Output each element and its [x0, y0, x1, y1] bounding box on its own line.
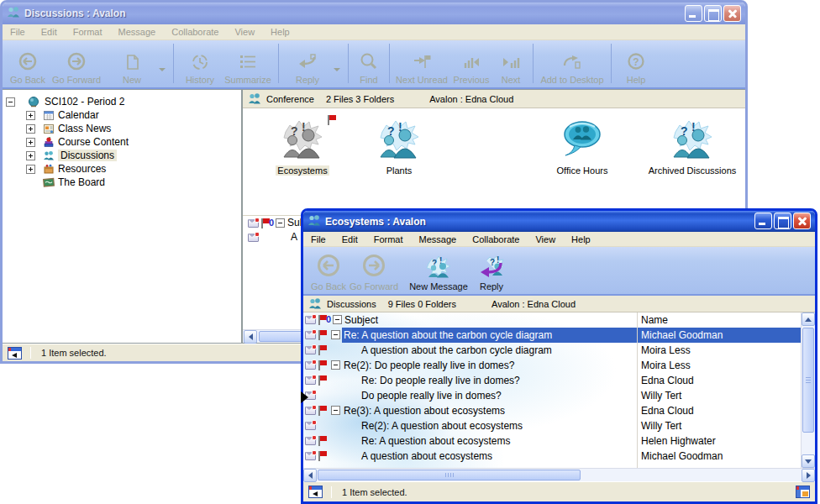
- conference-office-hours[interactable]: Office Hours: [533, 118, 632, 176]
- toolbar-add-to-desktop[interactable]: Add to Desktop: [538, 43, 607, 85]
- menu-collaborate[interactable]: Collaborate: [472, 234, 519, 244]
- attachment-column-icon[interactable]: 0: [269, 218, 274, 228]
- toolbar-find[interactable]: Find: [353, 43, 385, 85]
- toolbar-next[interactable]: Next: [493, 43, 528, 85]
- toggle-panel-icon[interactable]: [308, 486, 323, 498]
- flag-icon: [318, 436, 327, 446]
- message-row[interactable]: A question about the carbon cycle diagra…: [303, 343, 801, 358]
- menu-collaborate[interactable]: Collaborate: [171, 27, 218, 37]
- subject-column-header[interactable]: Subject: [344, 314, 378, 326]
- envelope-icon: [248, 234, 259, 242]
- message-row[interactable]: Re(3): A question about ecosystems Edna …: [303, 403, 801, 418]
- collapse-thread-icon[interactable]: [331, 406, 340, 415]
- message-author: Michael Goodman: [641, 450, 723, 462]
- conference-archived-discussions[interactable]: ?! Archived Discussions: [639, 118, 745, 176]
- toolbar-reply[interactable]: ?! Reply: [471, 249, 512, 291]
- message-author: Moira Less: [641, 344, 691, 356]
- scroll-left-button[interactable]: [303, 469, 317, 482]
- envelope-column-icon[interactable]: [248, 219, 259, 228]
- menu-help[interactable]: Help: [271, 27, 290, 37]
- vertical-scrollbar[interactable]: [801, 312, 815, 468]
- menu-help[interactable]: Help: [571, 234, 591, 244]
- column-divider[interactable]: [637, 312, 638, 468]
- menu-edit[interactable]: Edit: [342, 234, 358, 244]
- message-row[interactable]: Re(2): A question about ecosystems Willy…: [303, 418, 801, 433]
- message-row[interactable]: Re: A question about the carbon cycle di…: [303, 328, 801, 343]
- scrollbar-thumb[interactable]: [318, 470, 581, 480]
- message-author: Edna Cloud: [641, 375, 694, 386]
- horizontal-scrollbar[interactable]: [303, 468, 815, 481]
- scroll-left-button[interactable]: [244, 330, 257, 344]
- toolbar-reply[interactable]: Reply: [283, 43, 332, 85]
- toolbar-go-back[interactable]: Go Back: [308, 249, 349, 291]
- toolbar-summarize[interactable]: Summarize: [222, 43, 274, 85]
- tree-item-class-news[interactable]: Class News: [3, 122, 241, 135]
- reply-dropdown-arrow[interactable]: [334, 68, 340, 71]
- collapse-all-icon[interactable]: [276, 218, 285, 228]
- envelope-column-icon[interactable]: [305, 316, 316, 324]
- collapse-thread-icon[interactable]: [331, 360, 340, 370]
- go-back-icon: [17, 52, 39, 74]
- conference-plants[interactable]: ?! Plants: [350, 118, 449, 176]
- tree-item-resources[interactable]: Resources: [3, 162, 241, 176]
- view-grid-icon[interactable]: [796, 486, 810, 498]
- toolbar-new-message[interactable]: ?! New Message: [406, 249, 471, 291]
- toolbar-label: History: [186, 75, 214, 85]
- scroll-right-button[interactable]: [802, 469, 815, 482]
- menu-message[interactable]: Message: [118, 27, 156, 37]
- expand-icon[interactable]: [26, 165, 35, 174]
- tree-item-course-content[interactable]: Course Content: [3, 135, 241, 149]
- menu-file[interactable]: File: [10, 27, 25, 37]
- attachment-column-icon[interactable]: 0: [326, 315, 331, 324]
- menu-view[interactable]: View: [234, 27, 255, 37]
- expand-icon[interactable]: [26, 111, 35, 120]
- collapse-thread-icon[interactable]: [331, 330, 340, 339]
- menu-message[interactable]: Message: [419, 234, 457, 244]
- collapse-expander-icon[interactable]: [6, 97, 15, 107]
- toolbar-previous[interactable]: Previous: [449, 43, 493, 85]
- status-divider: [331, 486, 332, 498]
- maximize-button[interactable]: [774, 213, 791, 229]
- name-column-header[interactable]: Name: [641, 314, 668, 326]
- titlebar-discussions[interactable]: Discussions : Avalon: [3, 3, 745, 24]
- menu-format[interactable]: Format: [374, 234, 403, 244]
- toolbar-go-forward[interactable]: Go Forward: [51, 43, 102, 85]
- titlebar-ecosystems[interactable]: Ecosystems : Avalon: [303, 211, 815, 232]
- minimize-button[interactable]: [754, 213, 772, 229]
- message-row[interactable]: Do people really live in domes? Willy Te…: [303, 388, 801, 403]
- toolbar-go-forward[interactable]: Go Forward: [349, 249, 399, 291]
- envelope-icon: [305, 376, 316, 385]
- menu-file[interactable]: File: [311, 234, 326, 244]
- menu-edit[interactable]: Edit: [41, 27, 57, 37]
- new-dropdown-arrow[interactable]: [159, 68, 166, 71]
- message-row[interactable]: Re: Do people really live in domes? Edna…: [303, 373, 801, 388]
- maximize-button[interactable]: [704, 5, 722, 22]
- message-row[interactable]: A question about ecosystems Michael Good…: [303, 449, 801, 464]
- menu-view[interactable]: View: [535, 234, 555, 244]
- close-button[interactable]: [723, 5, 741, 22]
- tree-item-discussions[interactable]: Discussions: [3, 149, 241, 162]
- message-row[interactable]: Re(2): Do people really live in domes? M…: [303, 358, 801, 373]
- tree-root-course[interactable]: SCI102 - Period 2: [3, 95, 241, 108]
- close-button[interactable]: [793, 213, 811, 229]
- tree-item-the-board[interactable]: The Board: [3, 176, 241, 189]
- toolbar-go-back[interactable]: Go Back: [4, 43, 51, 85]
- minimize-button[interactable]: [685, 5, 702, 22]
- toolbar-new[interactable]: New: [107, 43, 157, 85]
- toolbar-history[interactable]: History: [178, 43, 222, 85]
- collapse-all-icon[interactable]: [333, 315, 342, 324]
- tree-item-calendar[interactable]: Calendar: [3, 108, 241, 122]
- expand-icon[interactable]: [26, 151, 35, 160]
- conference-ecosystems[interactable]: ?! Ecosystems: [253, 118, 352, 176]
- menu-format[interactable]: Format: [73, 27, 102, 37]
- toolbar-help[interactable]: ? Help: [616, 43, 656, 85]
- svg-text:!: !: [497, 255, 499, 265]
- expand-icon[interactable]: [26, 138, 35, 147]
- scrollbar-thumb[interactable]: [802, 328, 814, 433]
- toggle-panel-icon[interactable]: [8, 347, 22, 360]
- scroll-down-button[interactable]: [802, 454, 815, 468]
- toolbar-next-unread[interactable]: Next Unread: [394, 43, 449, 85]
- message-row[interactable]: Re: A question about ecosystems Helen Hi…: [303, 433, 801, 449]
- expand-icon[interactable]: [26, 124, 35, 134]
- scroll-up-button[interactable]: [802, 312, 815, 326]
